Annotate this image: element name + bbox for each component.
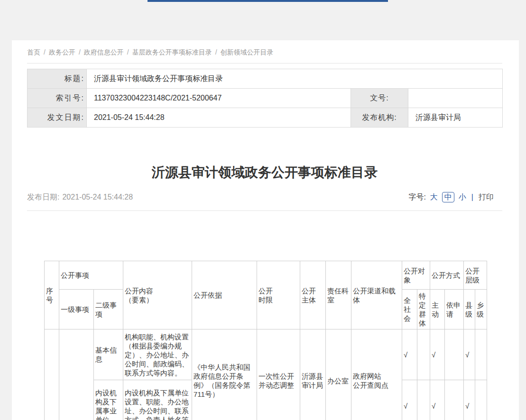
top-accent-bar [148,0,388,2]
td-check-county: √ [464,329,475,380]
meta-row-date: 发文日期: 2021-05-24 15:44:28 发布机构: 沂源县审计局 [28,108,503,128]
breadcrumb: 首页/政务公开/政府信息公开/基层政务公开事项标准目录/创新领域公开目录 [27,40,502,64]
th-matter-group: 公开事项 [59,261,123,290]
meta-agency-value: 沂源县审计局 [408,108,503,128]
vertical-separator: | [471,193,473,201]
td-channel: 政府网站 公开查阅点 [351,329,402,420]
font-size-small-button[interactable]: 小 [459,192,466,202]
th-audience-public: 全社 会 [402,290,417,329]
table-row: 基本信 息 机构职能、机构设置 （根据县委编办规 定）、办公地址、办 公时间、邮… [45,329,487,380]
td-content: 机构职能、机构设置 （根据县委编办规 定）、办公地址、办 公时间、邮政编码、 联… [123,329,192,380]
td-check-township [475,329,487,380]
td-level2: 内设机 构及下 属事业 单位 [94,380,123,420]
th-subject: 公开 主体 [300,261,326,329]
breadcrumb-item-info-disclosure[interactable]: 政府信息公开 [84,48,124,56]
th-serial: 序 号 [45,261,59,329]
th-level-county: 县 级 [464,290,475,329]
catalog-table: 序 号 公开事项 公开内容 （要素） 公开依据 公开 时限 公开 主体 责任科 … [44,261,487,420]
td-check-request [445,329,464,380]
publish-date: 发布日期:2021-05-24 15:44:28 [27,192,133,202]
td-check-active: √ [430,380,445,420]
td-level2: 基本信 息 [94,329,123,380]
th-basis: 公开依据 [192,261,257,329]
td-check-public: √ [402,329,417,380]
td-check-request [445,380,464,420]
td-level1 [59,329,94,420]
th-method-group: 公开方式 [430,261,464,290]
breadcrumb-separator: / [127,48,129,56]
breadcrumb-separator: / [44,48,46,56]
meta-row-title: 标题: 沂源县审计领域政务公开事项标准目录 [28,69,503,89]
th-level-township: 乡 级 [475,290,487,329]
td-time-limit: 一次性公开 并动态调整 [257,329,300,420]
td-serial [45,329,59,420]
document-meta-table: 标题: 沂源县审计领域政务公开事项标准目录 索引号: 1137032300422… [27,69,503,128]
meta-issue-date-value: 2021-05-24 15:44:28 [87,108,351,128]
td-check-township [475,380,487,420]
td-department: 办公室 [326,329,351,420]
font-size-medium-button[interactable]: 中 [442,192,454,202]
content-panel: 首页/政务公开/政府信息公开/基层政务公开事项标准目录/创新领域公开目录 标题:… [12,40,519,420]
meta-index-value: 11370323004223148C/2021-5200647 [87,89,351,108]
meta-docnum-label: 文号: [351,89,408,108]
meta-title-label: 标题: [28,69,87,89]
th-method-request: 依申 请 [445,290,464,329]
article-info-bar: 发布日期:2021-05-24 15:44:28 字号: 大 中 小 | 打印 [27,192,502,211]
td-check-active: √ [430,329,445,380]
meta-agency-label: 发布机构: [351,108,408,128]
font-size-controls: 字号: 大 中 小 | 打印 [408,192,494,202]
meta-row-index: 索引号: 11370323004223148C/2021-5200647 文号: [28,89,503,108]
th-channel: 公开渠道和载 体 [351,261,402,329]
meta-docnum-value [408,89,503,108]
td-basis: 《中华人民共和国 政府信息公开条 例》（国务院令第 711号） [192,329,257,420]
td-check-county: √ [464,380,475,420]
breadcrumb-separator: / [215,48,217,56]
meta-index-label: 索引号: [28,89,87,108]
header-row-1: 序 号 公开事项 公开内容 （要素） 公开依据 公开 时限 公开 主体 责任科 … [45,261,487,290]
th-time-limit: 公开 时限 [257,261,300,329]
th-department: 责任科 室 [326,261,351,329]
page-title: 沂源县审计领域政务公开事项标准目录 [27,164,502,182]
td-check-specific [417,380,430,420]
breadcrumb-item-home[interactable]: 首页 [27,48,40,56]
font-size-large-button[interactable]: 大 [430,192,438,202]
meta-title-value: 沂源县审计领域政务公开事项标准目录 [87,69,503,89]
publish-date-value: 2021-05-24 15:44:28 [62,193,133,201]
breadcrumb-item-innovation-catalog[interactable]: 创新领域公开目录 [221,48,274,56]
font-size-label: 字号: [408,192,425,202]
td-check-public: √ [402,380,417,420]
td-content: 内设机构及下属单位 设置、职能、办公地 址、办公时间、联系 方式、负责人姓名等 [123,380,192,420]
th-audience-group: 公开对 象 [402,261,430,290]
th-level2: 二级事 项 [94,290,123,329]
th-audience-specific: 特 定 群 体 [417,290,430,329]
th-level-group: 公开 层级 [464,261,487,290]
publish-date-label: 发布日期: [27,193,59,201]
th-content: 公开内容 （要素） [123,261,192,329]
th-method-active: 主 动 [430,290,445,329]
breadcrumb-item-standard-catalog[interactable]: 基层政务公开事项标准目录 [132,48,212,56]
th-level1: 一级事项 [59,290,94,329]
td-subject: 沂源县 审计局 [300,329,326,420]
breadcrumb-separator: / [79,48,81,56]
breadcrumb-item-govinfo[interactable]: 政务公开 [49,48,75,56]
print-button[interactable]: 打印 [479,192,494,202]
td-check-specific [417,329,430,380]
meta-issue-date-label: 发文日期: [28,108,87,128]
